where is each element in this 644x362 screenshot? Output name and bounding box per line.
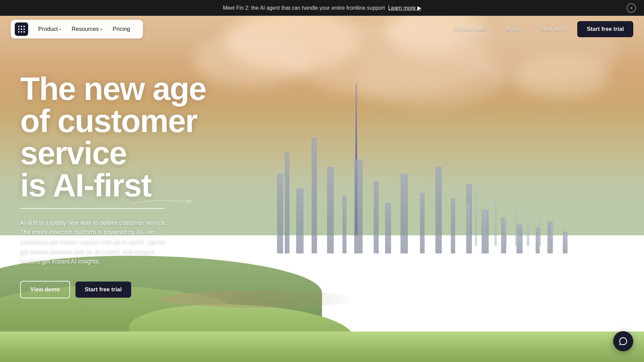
sign-in-button[interactable]: Sign in bbox=[497, 22, 530, 36]
product-chevron-icon: ▾ bbox=[59, 27, 61, 31]
logo-icon bbox=[15, 22, 28, 36]
hero-content: The new age of customer service is AI-fi… bbox=[0, 43, 644, 362]
hero-start-trial-button[interactable]: Start free trial bbox=[75, 282, 131, 298]
resources-chevron-icon: ▾ bbox=[100, 27, 102, 31]
hero-headline: The new age of customer service is AI-fi… bbox=[20, 73, 262, 201]
nav-item-resources[interactable]: Resources ▾ bbox=[67, 23, 107, 35]
start-free-trial-button-nav[interactable]: Start free trial bbox=[577, 21, 633, 37]
nav-item-product[interactable]: Product ▾ bbox=[34, 23, 66, 35]
svg-rect-4 bbox=[18, 28, 19, 30]
svg-rect-5 bbox=[21, 28, 22, 30]
hero-text: The new age of customer service is AI-fi… bbox=[20, 73, 262, 299]
logo-svg bbox=[17, 25, 26, 34]
announcement-close-button[interactable]: × bbox=[627, 3, 636, 13]
svg-rect-3 bbox=[23, 26, 25, 27]
hero-section: Product ▾ Resources ▾ Pricing Contact sa… bbox=[0, 0, 644, 362]
logo[interactable] bbox=[15, 22, 28, 36]
hero-subtext: AI-first is a totally new way to deliver… bbox=[20, 218, 174, 266]
chat-icon bbox=[619, 337, 628, 346]
learn-more-link[interactable]: Learn more ▶ bbox=[388, 5, 421, 11]
svg-rect-6 bbox=[23, 28, 25, 30]
announcement-text: Meet Fin 2: the AI agent that can handle… bbox=[223, 5, 385, 11]
chat-widget-button[interactable] bbox=[613, 331, 633, 351]
svg-rect-1 bbox=[18, 26, 19, 27]
navbar-right: Contact sales Sign in View demo Start fr… bbox=[446, 21, 633, 37]
navbar-left: Product ▾ Resources ▾ Pricing bbox=[11, 20, 143, 39]
nav-items: Product ▾ Resources ▾ Pricing bbox=[34, 23, 135, 35]
svg-rect-2 bbox=[21, 26, 22, 27]
svg-rect-7 bbox=[18, 31, 19, 33]
view-demo-button[interactable]: View demo bbox=[532, 22, 575, 36]
hero-view-demo-button[interactable]: View demo bbox=[20, 281, 70, 298]
nav-item-pricing[interactable]: Pricing bbox=[108, 23, 135, 35]
hero-divider bbox=[20, 208, 164, 209]
announcement-bar: Meet Fin 2: the AI agent that can handle… bbox=[0, 0, 644, 16]
contact-sales-button[interactable]: Contact sales bbox=[446, 22, 494, 36]
navbar: Product ▾ Resources ▾ Pricing Contact sa… bbox=[0, 16, 644, 43]
svg-rect-9 bbox=[23, 31, 25, 33]
hero-actions: View demo Start free trial bbox=[20, 281, 262, 298]
svg-rect-8 bbox=[21, 31, 22, 33]
